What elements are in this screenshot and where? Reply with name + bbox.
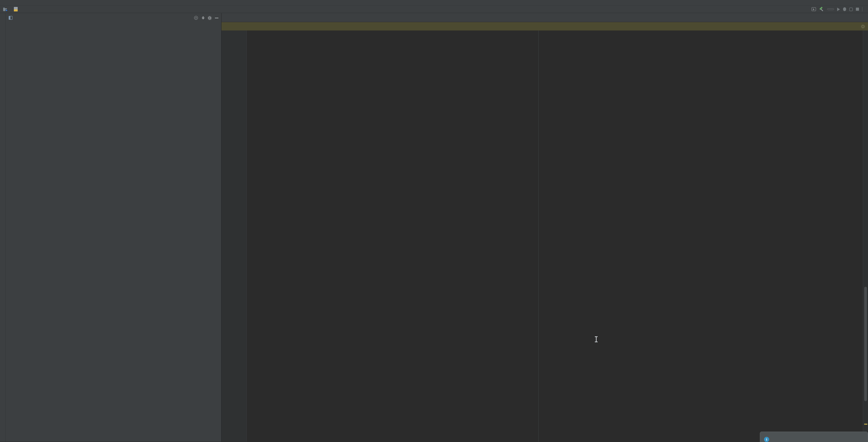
gear-icon[interactable]	[208, 17, 211, 19]
stop-icon[interactable]	[856, 8, 859, 11]
toolbar-divider	[862, 7, 862, 11]
info-icon: i	[764, 437, 769, 442]
run-anything-icon[interactable]	[811, 7, 816, 11]
build-hammer-icon[interactable]	[819, 7, 824, 11]
navigation-bar	[0, 6, 868, 13]
tool-window-stripe	[0, 13, 6, 442]
run-icon[interactable]	[837, 8, 840, 11]
editor-area	[222, 13, 868, 442]
debug-icon[interactable]	[843, 7, 846, 11]
banner-gear-icon[interactable]	[862, 25, 864, 28]
coverage-icon[interactable]	[849, 8, 853, 11]
scrollbar-thumb[interactable]	[864, 287, 867, 401]
update-notification[interactable]: i	[760, 432, 868, 442]
menu-bar	[0, 0, 868, 6]
editor-tab-bar	[222, 13, 868, 22]
project-icon	[3, 7, 8, 11]
toolbar	[811, 7, 865, 11]
collapse-all-icon[interactable]	[202, 16, 205, 19]
warning-stripe-mark[interactable]	[864, 424, 867, 425]
text-cursor	[596, 337, 597, 342]
hide-panel-icon[interactable]	[215, 18, 218, 18]
add-configuration-button[interactable]	[827, 8, 834, 10]
project-panel-icon	[9, 16, 12, 20]
editor-scrollbar[interactable]	[863, 30, 868, 442]
main-area	[0, 13, 868, 442]
project-tree	[6, 23, 221, 442]
project-panel-header	[6, 13, 221, 23]
right-margin-guide	[538, 30, 539, 442]
datasource-warning-banner	[222, 22, 868, 30]
project-panel	[6, 13, 222, 442]
ide-window: i	[0, 0, 868, 442]
sql-file-icon	[14, 7, 18, 11]
locate-file-icon[interactable]	[194, 16, 198, 20]
code-editor[interactable]	[222, 30, 868, 442]
